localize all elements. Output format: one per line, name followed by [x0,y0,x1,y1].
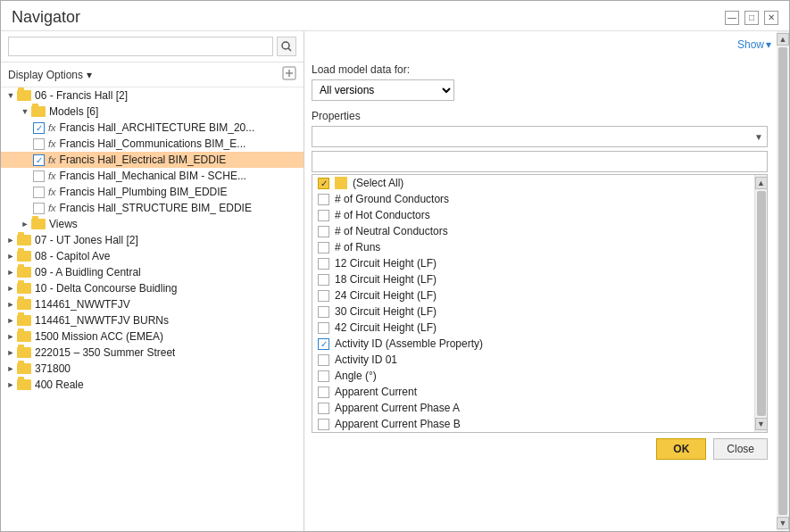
tree-checkbox[interactable] [33,187,45,198]
version-select-wrap: All versions [312,79,768,101]
property-item[interactable]: Activity ID (Assemble Property) [312,336,767,352]
tree-item[interactable]: fxFrancis Hall_Plumbing BIM_EDDIE [1,184,304,200]
property-checkbox[interactable] [318,338,329,350]
close-button[interactable]: ✕ [764,11,778,25]
tree-item[interactable]: fxFrancis Hall_ARCHITECTURE BIM_20... [1,120,304,136]
tree-item[interactable]: fxFrancis Hall_STRUCTURE BIM_ EDDIE [1,200,304,216]
tree-expand-arrow[interactable] [4,298,17,311]
property-checkbox[interactable] [318,178,329,189]
tree-checkbox[interactable] [33,154,45,166]
property-item[interactable]: # of Runs [312,239,767,255]
tree-expand-arrow[interactable] [4,234,17,246]
tree-checkbox[interactable] [33,170,45,182]
tree-item-label: 06 - Francis Hall [2] [35,89,128,102]
tree-item[interactable]: Models [6] [1,104,304,120]
tree-item[interactable]: 400 Reale [1,377,304,393]
tree-item[interactable]: 1500 Mission ACC (EMEA) [1,328,304,345]
tree-expand-arrow[interactable] [4,330,17,343]
property-item[interactable]: # of Ground Conductors [312,191,767,207]
property-item[interactable]: 24 Circuit Height (LF) [312,287,767,303]
load-model-label: Load model data for: [312,63,768,76]
property-checkbox[interactable] [318,419,329,430]
close-button-right[interactable]: Close [713,438,768,460]
property-item[interactable]: # of Hot Conductors [312,207,767,223]
tree-expand-arrow[interactable] [4,282,17,295]
tree-item[interactable]: 09 - A Buidling Central [1,264,304,280]
property-item[interactable]: 30 Circuit Height (LF) [312,303,767,320]
property-item[interactable]: Activity ID 01 [312,352,767,368]
property-checkbox[interactable] [318,242,329,254]
tree-item[interactable]: 08 - Capitol Ave [1,248,304,264]
search-input[interactable] [8,37,273,56]
property-checkbox[interactable] [318,306,329,318]
tree-item[interactable]: 06 - Francis Hall [2] [1,87,304,104]
property-item[interactable]: 18 Circuit Height (LF) [312,271,767,287]
tree-expand-arrow[interactable] [4,346,17,359]
property-checkbox[interactable] [318,403,329,414]
tree-expand-arrow[interactable] [4,250,17,262]
scroll-down-arrow[interactable]: ▼ [755,418,768,430]
property-item[interactable]: Apparent Current [312,384,767,400]
version-select[interactable]: All versions [312,79,454,101]
ok-button[interactable]: OK [656,438,706,460]
tree-item[interactable]: fxFrancis Hall_Electrical BIM_EDDIE [1,152,304,168]
right-scroll-down[interactable]: ▼ [777,517,789,529]
property-checkbox[interactable] [318,290,329,302]
tree-checkbox[interactable] [33,122,45,134]
right-scroll-thumb[interactable] [778,47,787,515]
tree-expand-arrow[interactable] [19,105,31,118]
tree-item[interactable]: fxFrancis Hall_Communications BIM_E... [1,136,304,152]
property-checkbox[interactable] [318,274,329,286]
property-item[interactable]: # of Neutral Conductors [312,223,767,239]
fx-label: fx [48,122,56,133]
search-button[interactable] [277,37,296,56]
tree-item[interactable]: fxFrancis Hall_Mechanical BIM - SCHE... [1,168,304,184]
property-checkbox[interactable] [318,322,329,334]
fx-label: fx [48,170,56,181]
property-checkbox[interactable] [318,210,329,221]
scroll-up-arrow[interactable]: ▲ [755,177,768,189]
tree-checkbox[interactable] [33,203,45,214]
property-item[interactable]: 42 Circuit Height (LF) [312,320,767,336]
tree-expand-arrow[interactable] [19,218,31,230]
list-scroll-thumb[interactable] [757,191,766,416]
tree-expand-arrow[interactable] [4,378,17,391]
tree-expand-arrow[interactable] [4,314,17,327]
tree-item[interactable]: 114461_NWWTFJV [1,296,304,312]
right-scroll-up[interactable]: ▲ [777,33,789,46]
tree-item[interactable]: 10 - Delta Concourse Buidling [1,280,304,296]
show-button[interactable]: Show ▾ [737,38,771,51]
properties-dropdown[interactable]: ▼ [312,126,768,147]
tree-item-label: Francis Hall_STRUCTURE BIM_ EDDIE [60,202,252,214]
property-item[interactable]: 12 Circuit Height (LF) [312,255,767,271]
folder-icon [17,347,31,358]
tree-item[interactable]: Views [1,216,304,232]
property-item[interactable]: Apparent Current Phase A [312,400,767,416]
property-label: 30 Circuit Height (LF) [335,305,437,318]
tree-expand-arrow[interactable] [4,362,17,375]
tree-checkbox[interactable] [33,138,45,150]
property-checkbox[interactable] [318,258,329,270]
tree-item-label: 114461_NWWTFJV BURNs [35,314,169,327]
property-checkbox[interactable] [318,194,329,205]
folder-icon [17,90,31,101]
tree-item[interactable]: 07 - UT Jones Hall [2] [1,232,304,248]
property-checkbox[interactable] [318,387,329,398]
tree-item[interactable]: 371800 [1,361,304,377]
tree-item[interactable]: 222015 – 350 Summer Street [1,345,304,361]
minimize-button[interactable]: — [725,11,739,25]
properties-search-input[interactable] [312,151,768,172]
property-checkbox[interactable] [318,354,329,366]
tree-item-label: Francis Hall_Plumbing BIM_EDDIE [60,186,228,198]
right-content: Load model data for: All versions Proper… [312,38,782,524]
maximize-button[interactable]: □ [744,11,759,25]
property-item[interactable]: Angle (°) [312,368,767,384]
tree-item[interactable]: 114461_NWWTFJV BURNs [1,312,304,328]
property-item[interactable]: Apparent Current Phase B [312,416,767,432]
tree-expand-arrow[interactable] [4,89,17,102]
property-item[interactable]: (Select All) [312,175,767,191]
tree-expand-arrow[interactable] [4,266,17,278]
property-checkbox[interactable] [318,370,329,382]
display-options-button[interactable]: Display Options ▾ [8,69,92,81]
property-checkbox[interactable] [318,226,329,237]
